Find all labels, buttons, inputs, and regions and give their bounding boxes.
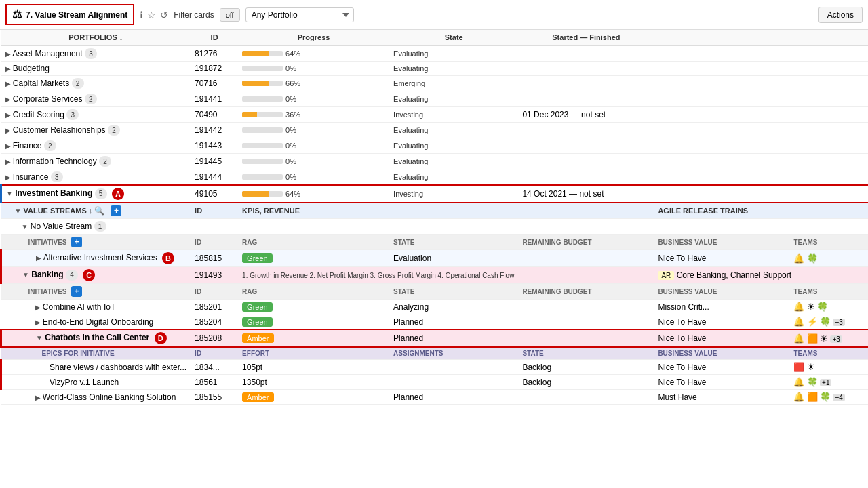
epic-row-vizypro: VizyPro v.1 Launch 18561 1350pt Backlog …: [1, 375, 869, 390]
star-icon[interactable]: ☆: [147, 9, 156, 20]
badge: 3: [85, 48, 97, 59]
search-icon[interactable]: 🔍: [94, 206, 104, 216]
refresh-icon[interactable]: ↺: [160, 9, 168, 20]
col-portfolios: PORTFOLIOS ↓: [1, 30, 191, 45]
expand-icon[interactable]: ▶: [5, 80, 11, 87]
expand-icon[interactable]: ▶: [5, 96, 11, 103]
expand-icon[interactable]: ▶: [5, 127, 11, 134]
expand-icon[interactable]: ▶: [5, 111, 11, 119]
portfolio-row: ▶ Capital Markets 2 70716 66% Emerging: [1, 76, 869, 92]
filter-toggle[interactable]: off: [220, 8, 240, 22]
no-value-stream-row: ▼ No Value Stream 1: [1, 219, 869, 235]
col-extra1: [654, 30, 789, 45]
actions-button[interactable]: Actions: [818, 7, 863, 23]
portfolio-select[interactable]: Any Portfolio: [245, 7, 354, 22]
expand-icon[interactable]: ▶: [35, 319, 41, 326]
expand-icon[interactable]: ▶: [5, 65, 11, 73]
col-extra2: [789, 30, 868, 45]
main-table: PORTFOLIOS ↓ ID Progress State Started —…: [0, 30, 868, 405]
portfolio-row: ▶ Budgeting 191872 0% Evaluating: [1, 62, 869, 76]
initiative-row-worldclass: ▶ World-Class Online Banking Solution 18…: [1, 390, 869, 405]
expand-icon[interactable]: ▶: [5, 142, 11, 150]
filter-label: Filter cards: [174, 10, 214, 20]
annotation-c: C: [83, 269, 95, 281]
portfolio-row: ▶ Credit Scoring 3 70490 36% Investing 0…: [1, 107, 869, 123]
portfolio-row: ▶ Insurance 3 191444 0% Evaluating: [1, 169, 869, 186]
expand-icon[interactable]: ▶: [36, 254, 41, 262]
initiatives-header-row: INITIATIVES + ID RAG State Remaining Bud…: [1, 235, 869, 250]
expand-icon[interactable]: ▶: [35, 304, 41, 311]
page-title-box: ⚖ 7. Value Stream Alignment: [5, 4, 134, 25]
banking-vs-row: ▼ Banking 4 C 191493 1. Growth in Revenu…: [1, 267, 869, 284]
portfolio-row-information-technology: ▶ Information Technology 2 191445 0% Eva…: [1, 154, 869, 169]
expand-icon[interactable]: ▼: [22, 271, 29, 279]
initiatives-header-banking: INITIATIVES + ID RAG State Remaining Bud…: [1, 284, 869, 300]
main-scroll-area[interactable]: PORTFOLIOS ↓ ID Progress State Started —…: [0, 30, 868, 488]
epic-row-share-views: Share views / dashboards with exter... 1…: [1, 360, 869, 375]
expand-icon[interactable]: ▼: [6, 190, 13, 197]
initiative-row-alternative: ▶ Alternative Investment Services B 1858…: [1, 250, 869, 267]
epics-header-row: EPICS FOR INITIATIVE ID Effort Assignmen…: [1, 347, 869, 360]
add-initiative-button[interactable]: +: [71, 237, 82, 247]
annotation-d: D: [155, 332, 167, 344]
col-started: Started — Finished: [518, 30, 654, 45]
portfolio-row: ▶ Finance 2 191443 0% Evaluating: [1, 138, 869, 154]
initiative-row-e2e-onboarding: ▶ End-to-End Digital Onboarding 185204 G…: [1, 314, 869, 330]
add-vs-button[interactable]: +: [111, 205, 121, 216]
expand-icon[interactable]: ▶: [5, 174, 11, 181]
expand-icon[interactable]: ▶: [5, 50, 11, 58]
initiative-row-chatbots: ▼ Chatbots in the Call Center D 185208 A…: [1, 329, 869, 347]
expand-icon[interactable]: ▼: [15, 207, 22, 215]
value-streams-header: ▼ VALUE STREAMS ↓ 🔍 + ID KPIs, Revenue A…: [1, 203, 869, 219]
expand-icon[interactable]: ▶: [35, 394, 41, 401]
col-id: ID: [191, 30, 238, 45]
portfolio-row: ▶ Asset Management 3 81276 64% Evaluatin…: [1, 45, 869, 62]
portfolio-row-investment-banking: ▼ Investment Banking 5 A 49105 64% Inves…: [1, 185, 869, 203]
annotation-a: A: [112, 188, 124, 200]
top-icons: ℹ ☆ ↺: [140, 9, 168, 20]
top-bar: ⚖ 7. Value Stream Alignment ℹ ☆ ↺ Filter…: [0, 0, 868, 30]
info-icon[interactable]: ℹ: [140, 9, 143, 20]
scale-icon: ⚖: [12, 8, 22, 21]
add-initiative-button-banking[interactable]: +: [71, 286, 82, 297]
col-state: State: [389, 30, 518, 45]
portfolio-row: ▶ Customer Relashionships 2 191442 0% Ev…: [1, 123, 869, 138]
expand-icon[interactable]: ▼: [36, 334, 43, 342]
expand-icon[interactable]: ▶: [5, 158, 11, 165]
portfolio-row: ▶ Corporate Services 2 191441 0% Evaluat…: [1, 92, 869, 107]
portfolio-id: 81276: [191, 45, 238, 62]
initiative-row-combine-ai: ▶ Combine AI with IoT 185201 Green Analy…: [1, 300, 869, 314]
page-title: 7. Value Stream Alignment: [26, 10, 127, 20]
table-header: PORTFOLIOS ↓ ID Progress State Started —…: [1, 30, 869, 45]
expand-icon[interactable]: ▼: [22, 223, 28, 230]
col-progress: Progress: [238, 30, 389, 45]
annotation-b: B: [162, 252, 174, 264]
